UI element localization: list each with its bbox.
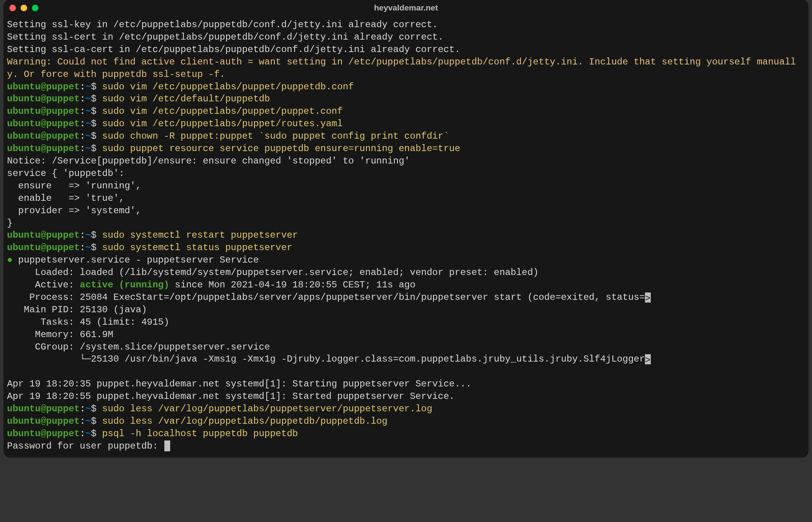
output-line: CGroup: /system.slice/puppetserver.servi… (7, 341, 805, 353)
prompt-line: ubuntu@puppet:~$ psql -h localhost puppe… (7, 428, 805, 440)
prompt-line: ubuntu@puppet:~$ sudo puppet resource se… (7, 143, 805, 155)
prompt-user: ubuntu@puppet (7, 94, 80, 104)
service-header: puppetserver.service - puppetserver Serv… (12, 255, 259, 265)
pager-more-icon: > (645, 292, 651, 303)
output-line: } (7, 217, 805, 230)
prompt-sep: : (80, 242, 85, 253)
prompt-path: ~ (85, 131, 91, 141)
prompt-path: ~ (85, 242, 91, 253)
prompt-sep: : (80, 118, 85, 129)
output-line: Notice: /Service[puppetdb]/ensure: ensur… (7, 155, 805, 167)
terminal-window: heyvaldemar.net Setting ssl-key in /etc/… (4, 0, 808, 457)
password-prompt[interactable]: Password for user puppetdb: (7, 440, 805, 452)
prompt-sep: : (80, 106, 85, 117)
close-icon[interactable] (9, 5, 16, 11)
prompt-sign: $ (91, 416, 96, 426)
output-line: Memory: 661.9M (7, 329, 805, 341)
prompt-sep: : (80, 416, 85, 426)
prompt-path: ~ (85, 82, 91, 92)
command: psql -h localhost puppetdb puppetdb (102, 428, 298, 439)
process-line: Process: 25084 ExecStart=/opt/puppetlabs… (7, 292, 645, 303)
prompt-sign: $ (91, 230, 96, 240)
prompt-line: ubuntu@puppet:~$ sudo vim /etc/puppetlab… (7, 105, 805, 118)
prompt-path: ~ (85, 416, 91, 426)
active-running: active (running) (80, 280, 169, 290)
window-titlebar: heyvaldemar.net (4, 0, 808, 16)
output-line: Setting ssl-ca-cert in /etc/puppetlabs/p… (7, 44, 805, 56)
prompt-path: ~ (85, 404, 91, 414)
prompt-path: ~ (85, 428, 91, 439)
prompt-user: ubuntu@puppet (7, 143, 80, 154)
status-bullet-icon: ● (7, 255, 12, 265)
prompt-sign: $ (91, 118, 96, 129)
prompt-line: ubuntu@puppet:~$ sudo systemctl restart … (7, 229, 805, 242)
command: sudo puppet resource service puppetdb en… (102, 143, 460, 154)
output-line: Active: active (running) since Mon 2021-… (7, 279, 805, 291)
output-line: provider => 'systemd', (7, 205, 805, 217)
prompt-sign: $ (91, 131, 96, 141)
window-title: heyvaldemar.net (4, 2, 808, 13)
command: sudo systemctl restart puppetserver (102, 230, 298, 240)
output-line: Loaded: loaded (/lib/systemd/system/pupp… (7, 266, 805, 279)
prompt-user: ubuntu@puppet (7, 131, 80, 141)
prompt-user: ubuntu@puppet (7, 242, 80, 253)
prompt-sign: $ (91, 94, 96, 104)
prompt-sign: $ (91, 428, 96, 439)
cursor-icon (164, 440, 170, 451)
prompt-path: ~ (85, 106, 91, 117)
command: sudo vim /etc/puppetlabs/puppet/puppet.c… (102, 106, 343, 117)
maximize-icon[interactable] (32, 5, 38, 11)
command: sudo vim /etc/puppetlabs/puppet/routes.y… (102, 118, 343, 129)
command: sudo vim /etc/puppetlabs/puppet/puppetdb… (102, 82, 354, 92)
tree-elbow-icon: └─ (7, 354, 91, 364)
output-line: service { 'puppetdb': (7, 167, 805, 180)
prompt-sign: $ (91, 404, 96, 414)
command: sudo systemctl status puppetserver (102, 242, 293, 253)
prompt-user: ubuntu@puppet (7, 82, 80, 92)
prompt-sep: : (80, 428, 85, 439)
output-line: enable => 'true', (7, 192, 805, 205)
output-warning: Warning: Could not find active client-au… (7, 56, 805, 81)
prompt-user: ubuntu@puppet (7, 230, 80, 240)
output-line: ● puppetserver.service - puppetserver Se… (7, 254, 805, 266)
output-line: Process: 25084 ExecStart=/opt/puppetlabs… (7, 291, 805, 304)
prompt-line: ubuntu@puppet:~$ sudo systemctl status p… (7, 242, 805, 254)
prompt-line: ubuntu@puppet:~$ sudo less /var/log/pupp… (7, 403, 805, 415)
output-line: Setting ssl-key in /etc/puppetlabs/puppe… (7, 19, 805, 31)
active-label: Active: (7, 280, 80, 290)
command: sudo less /var/log/puppetlabs/puppetserv… (102, 404, 432, 414)
output-line: Apr 19 18:20:35 puppet.heyvaldemar.net s… (7, 378, 805, 390)
terminal-body[interactable]: Setting ssl-key in /etc/puppetlabs/puppe… (4, 16, 808, 457)
prompt-sep: : (80, 230, 85, 240)
command: sudo chown -R puppet:puppet `sudo puppet… (102, 131, 449, 141)
prompt-line: ubuntu@puppet:~$ sudo less /var/log/pupp… (7, 415, 805, 428)
minimize-icon[interactable] (21, 5, 27, 11)
prompt-sign: $ (91, 106, 96, 117)
prompt-path: ~ (85, 143, 91, 154)
prompt-user: ubuntu@puppet (7, 118, 80, 129)
output-line: Apr 19 18:20:55 puppet.heyvaldemar.net s… (7, 390, 805, 403)
prompt-user: ubuntu@puppet (7, 428, 80, 439)
output-line: ensure => 'running', (7, 180, 805, 192)
prompt-user: ubuntu@puppet (7, 416, 80, 426)
prompt-sep: : (80, 404, 85, 414)
prompt-path: ~ (85, 230, 91, 240)
prompt-sep: : (80, 143, 85, 154)
prompt-user: ubuntu@puppet (7, 404, 80, 414)
prompt-sep: : (80, 82, 85, 92)
prompt-sep: : (80, 94, 85, 104)
active-since: since Mon 2021-04-19 18:20:55 CEST; 11s … (169, 280, 416, 290)
command: sudo vim /etc/default/puppetdb (102, 94, 270, 104)
prompt-sign: $ (91, 242, 96, 253)
output-line: Tasks: 45 (limit: 4915) (7, 316, 805, 329)
command: sudo less /var/log/puppetlabs/puppetdb/p… (102, 416, 388, 426)
pager-more-icon: > (645, 354, 651, 364)
prompt-path: ~ (85, 118, 91, 129)
cgroup-proc: 25130 /usr/bin/java -Xms1g -Xmx1g -Djrub… (91, 354, 645, 364)
prompt-sep: : (80, 131, 85, 141)
prompt-line: ubuntu@puppet:~$ sudo chown -R puppet:pu… (7, 130, 805, 143)
blank-line (7, 365, 805, 378)
prompt-sign: $ (91, 143, 96, 154)
prompt-user: ubuntu@puppet (7, 106, 80, 117)
password-prompt-text: Password for user puppetdb: (7, 441, 164, 451)
